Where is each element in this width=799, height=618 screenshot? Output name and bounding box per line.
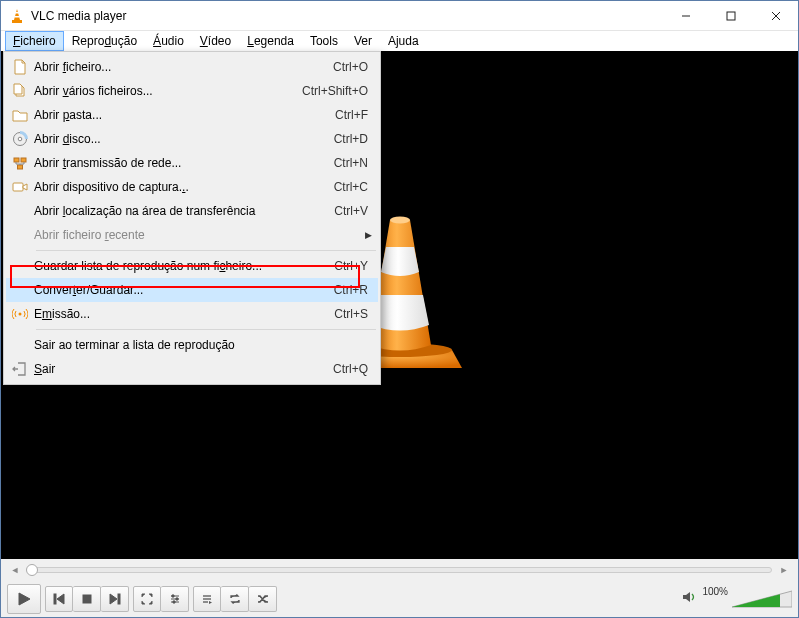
menu-item-label: Abrir ficheiro... — [34, 60, 333, 74]
exit-icon — [6, 361, 34, 377]
svg-marker-33 — [209, 601, 212, 604]
svg-point-12 — [18, 137, 22, 141]
file-icon — [6, 59, 34, 75]
svg-rect-15 — [18, 165, 23, 169]
menu-item-label: Abrir dispositivo de captura... — [34, 180, 334, 194]
speaker-icon[interactable] — [682, 590, 698, 608]
menu-item[interactable]: Sair ao terminar a lista de reprodução — [6, 333, 378, 357]
playback-controls: 100% — [1, 581, 798, 617]
menu-tools[interactable]: Tools — [302, 31, 346, 51]
loop-button[interactable] — [221, 586, 249, 612]
svg-point-29 — [172, 601, 174, 603]
menu-item[interactable]: Abrir dispositivo de captura...Ctrl+C — [6, 175, 378, 199]
menu-shortcut: Ctrl+D — [334, 132, 368, 146]
svg-rect-23 — [118, 594, 120, 604]
menu-item-label: Abrir disco... — [34, 132, 334, 146]
menu-item[interactable]: SairCtrl+Q — [6, 357, 378, 381]
svg-point-17 — [19, 313, 22, 316]
menu-shortcut: Ctrl+Q — [333, 362, 368, 376]
menu-shortcut: Ctrl+V — [334, 204, 368, 218]
window-title: VLC media player — [31, 9, 663, 23]
menu-legenda[interactable]: Legenda — [239, 31, 302, 51]
menu-item[interactable]: Abrir pasta...Ctrl+F — [6, 103, 378, 127]
prev-button[interactable] — [45, 586, 73, 612]
menu-item[interactable]: Emissão...Ctrl+S — [6, 302, 378, 326]
menu-separator — [36, 329, 376, 330]
menu-item-label: Abrir vários ficheiros... — [34, 84, 302, 98]
volume-control: 100% — [682, 589, 792, 609]
svg-marker-34 — [683, 592, 690, 602]
svg-marker-22 — [110, 594, 117, 604]
play-button[interactable] — [7, 584, 41, 614]
menu-vídeo[interactable]: Vídeo — [192, 31, 239, 51]
menu-item-label: Abrir pasta... — [34, 108, 335, 122]
menu-item-label: Abrir transmissão de rede... — [34, 156, 334, 170]
stop-button[interactable] — [73, 586, 101, 612]
svg-rect-16 — [13, 183, 23, 191]
menu-item-label: Converter/Guardar... — [34, 283, 334, 297]
menu-ajuda[interactable]: Ajuda — [380, 31, 427, 51]
seek-bar-area: ◄ ► — [1, 559, 798, 581]
menu-shortcut: Ctrl+F — [335, 108, 368, 122]
disc-icon — [6, 131, 34, 147]
svg-rect-1 — [12, 20, 22, 23]
minimize-button[interactable] — [663, 1, 708, 30]
file-menu-dropdown: Abrir ficheiro...Ctrl+OAbrir vários fich… — [3, 51, 381, 385]
fullscreen-button[interactable] — [133, 586, 161, 612]
svg-rect-21 — [83, 595, 91, 603]
folder-icon — [6, 107, 34, 123]
menu-shortcut: Ctrl+N — [334, 156, 368, 170]
menu-shortcut: Ctrl+O — [333, 60, 368, 74]
menu-item[interactable]: Abrir localização na área de transferênc… — [6, 199, 378, 223]
svg-rect-14 — [21, 158, 26, 162]
volume-slider[interactable] — [732, 589, 792, 609]
menu-item[interactable]: Abrir vários ficheiros...Ctrl+Shift+O — [6, 79, 378, 103]
menu-item: Abrir ficheiro recente▶ — [6, 223, 378, 247]
network-icon — [6, 155, 34, 171]
seek-slider[interactable] — [27, 567, 772, 573]
menu-ficheiro[interactable]: Ficheiro — [5, 31, 64, 51]
seek-left-icon[interactable]: ◄ — [9, 563, 21, 577]
svg-marker-18 — [19, 593, 30, 605]
menu-item[interactable]: Abrir transmissão de rede...Ctrl+N — [6, 151, 378, 175]
menu-item-label: Abrir localização na área de transferênc… — [34, 204, 334, 218]
svg-point-10 — [390, 217, 410, 224]
files-icon — [6, 83, 34, 99]
close-button[interactable] — [753, 1, 798, 30]
menu-item-label: Abrir ficheiro recente — [34, 228, 368, 242]
svg-point-28 — [175, 598, 177, 600]
menu-item[interactable]: Guardar lista de reprodução num ficheiro… — [6, 254, 378, 278]
svg-rect-2 — [15, 12, 18, 14]
menu-item-label: Sair ao terminar a lista de reprodução — [34, 338, 368, 352]
svg-rect-5 — [727, 12, 735, 20]
ext-settings-button[interactable] — [161, 586, 189, 612]
next-button[interactable] — [101, 586, 129, 612]
menu-reprodução[interactable]: Reprodução — [64, 31, 145, 51]
menu-shortcut: Ctrl+Shift+O — [302, 84, 368, 98]
svg-rect-19 — [54, 594, 56, 604]
menu-separator — [36, 250, 376, 251]
menu-shortcut: Ctrl+R — [334, 283, 368, 297]
menu-item-label: Sair — [34, 362, 333, 376]
svg-rect-3 — [15, 16, 20, 18]
menu-áudio[interactable]: Áudio — [145, 31, 192, 51]
svg-rect-13 — [14, 158, 19, 162]
seek-knob[interactable] — [26, 564, 38, 576]
volume-percent: 100% — [702, 586, 728, 597]
shuffle-button[interactable] — [249, 586, 277, 612]
menu-item-label: Emissão... — [34, 307, 334, 321]
playlist-button[interactable] — [193, 586, 221, 612]
menu-item[interactable]: Converter/Guardar...Ctrl+R — [6, 278, 378, 302]
menu-item[interactable]: Abrir disco...Ctrl+D — [6, 127, 378, 151]
maximize-button[interactable] — [708, 1, 753, 30]
vlc-app-icon — [9, 8, 25, 24]
svg-marker-20 — [57, 594, 64, 604]
submenu-arrow-icon: ▶ — [365, 230, 372, 240]
menu-shortcut: Ctrl+S — [334, 307, 368, 321]
menu-ver[interactable]: Ver — [346, 31, 380, 51]
menu-shortcut: Ctrl+C — [334, 180, 368, 194]
menu-item[interactable]: Abrir ficheiro...Ctrl+O — [6, 55, 378, 79]
title-bar: VLC media player — [1, 1, 798, 31]
menu-bar: FicheiroReproduçãoÁudioVídeoLegendaTools… — [1, 31, 798, 51]
seek-right-icon[interactable]: ► — [778, 563, 790, 577]
